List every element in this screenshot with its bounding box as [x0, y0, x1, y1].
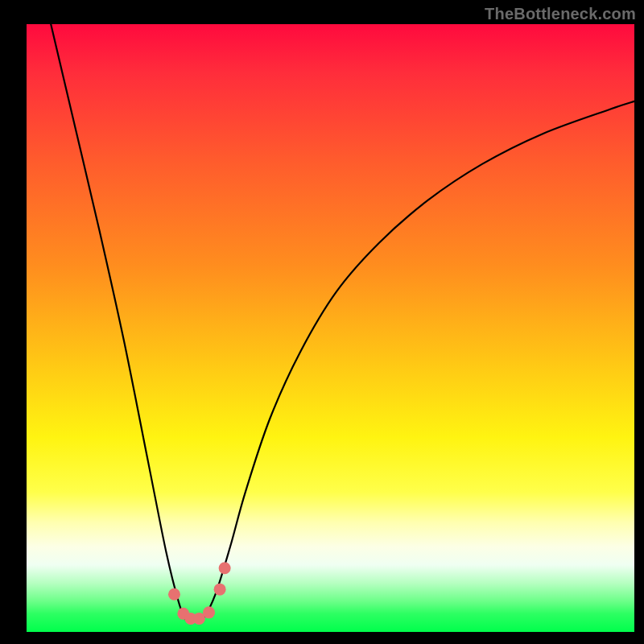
curve-marker [219, 562, 231, 574]
curve-marker [168, 588, 180, 601]
curve-marker [203, 606, 215, 618]
curve-markers [168, 562, 231, 625]
watermark-text: TheBottleneck.com [485, 5, 636, 23]
bottleneck-curve [51, 24, 634, 621]
chart-svg [27, 24, 634, 632]
curve-marker [214, 584, 226, 596]
chart-plot-area [27, 24, 634, 632]
